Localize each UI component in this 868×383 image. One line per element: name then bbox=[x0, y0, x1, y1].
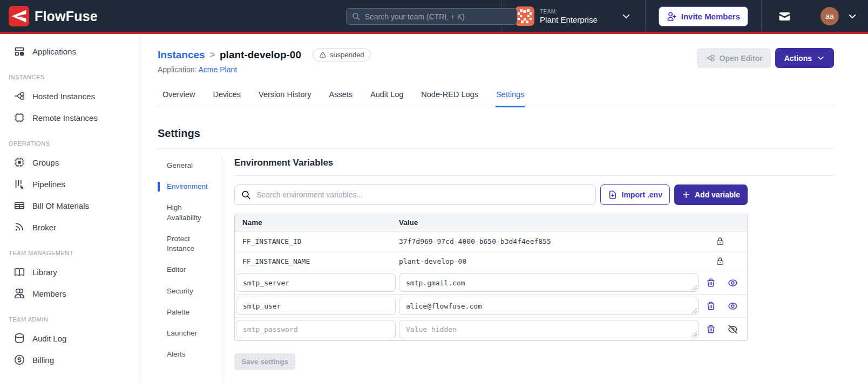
delete-variable-button[interactable] bbox=[706, 324, 716, 334]
subnav-alerts[interactable]: Alerts bbox=[158, 350, 214, 359]
tab-version-history[interactable]: Version History bbox=[258, 87, 312, 107]
team-avatar bbox=[515, 6, 534, 26]
env-var-name: FF_INSTANCE_ID bbox=[242, 237, 399, 245]
sidebar-item-label: Members bbox=[32, 289, 66, 298]
application-link[interactable]: Acme Plant bbox=[199, 65, 238, 74]
trash-icon bbox=[706, 301, 716, 311]
env-var-value-field[interactable] bbox=[399, 273, 699, 292]
navbar-right: TEAM: Plant Enterprise Invite Members bbox=[501, 0, 868, 32]
env-var-value-input[interactable] bbox=[399, 279, 698, 287]
sidebar-item-label: Pipelines bbox=[32, 180, 65, 189]
env-var-name-input[interactable] bbox=[236, 297, 396, 315]
user-avatar[interactable]: aa bbox=[820, 7, 839, 25]
env-var-value-input[interactable] bbox=[399, 302, 698, 310]
import-env-button[interactable]: Import .env bbox=[600, 184, 670, 205]
chevron-down-icon bbox=[817, 54, 825, 62]
subnav-environment[interactable]: Environment bbox=[158, 182, 214, 191]
sidebar-item-bill-of-materials[interactable]: Bill Of Materials bbox=[0, 195, 141, 216]
env-var-value-input[interactable] bbox=[399, 325, 698, 333]
team-search-input[interactable] bbox=[365, 12, 511, 21]
column-header-value: Value bbox=[399, 218, 740, 227]
tab-assets[interactable]: Assets bbox=[329, 87, 354, 107]
flowfuse-logo-icon bbox=[9, 6, 29, 26]
subnav-high-availability[interactable]: High Availability bbox=[158, 203, 214, 222]
eye-icon bbox=[728, 301, 738, 311]
sidebar-item-hosted-instances[interactable]: Hosted Instances bbox=[0, 85, 141, 107]
team-selector[interactable]: TEAM: Plant Enterprise bbox=[502, 0, 605, 32]
save-settings-button[interactable]: Save settings bbox=[234, 353, 295, 370]
sidebar-item-label: Remote Instances bbox=[32, 113, 98, 122]
team-chevron-down-icon[interactable] bbox=[605, 11, 645, 21]
actions-label: Actions bbox=[784, 54, 812, 63]
sidebar-item-label: Library bbox=[32, 268, 57, 277]
sidebar-item-library[interactable]: Library bbox=[0, 261, 141, 283]
env-var-name: FF_INSTANCE_NAME bbox=[242, 257, 399, 265]
env-var-value: plant-develop-00 bbox=[399, 257, 716, 265]
tab-overview[interactable]: Overview bbox=[162, 87, 195, 107]
env-var-value-field[interactable] bbox=[399, 320, 699, 338]
invite-members-button[interactable]: Invite Members bbox=[659, 6, 748, 26]
subnav-palette[interactable]: Palette bbox=[158, 307, 214, 317]
subnav-editor[interactable]: Editor bbox=[158, 265, 214, 275]
sidebar-item-remote-instances[interactable]: Remote Instances bbox=[0, 107, 141, 128]
sidebar-item-billing[interactable]: Billing bbox=[0, 349, 141, 371]
table-row: FF_INSTANCE_ID 37f7d969-97cd-4000-b650-b… bbox=[235, 231, 747, 251]
tab-audit-log[interactable]: Audit Log bbox=[370, 87, 404, 107]
show-value-button[interactable] bbox=[728, 301, 738, 311]
show-value-button[interactable] bbox=[728, 278, 738, 288]
eye-off-icon bbox=[728, 324, 738, 334]
trash-icon bbox=[706, 278, 716, 288]
delete-variable-button[interactable] bbox=[706, 278, 716, 288]
user-menu[interactable]: aa bbox=[808, 0, 868, 32]
flowfuse-logo[interactable]: FlowFuse bbox=[0, 6, 98, 26]
add-variable-label: Add variable bbox=[695, 190, 740, 199]
sidebar-item-members[interactable]: Members bbox=[0, 283, 141, 304]
breadcrumb-instances-link[interactable]: Instances bbox=[158, 49, 205, 61]
sidebar-section-team-management: TEAM MANAGEMENT bbox=[9, 250, 141, 256]
env-var-name-input[interactable] bbox=[236, 273, 396, 292]
sidebar-item-label: Audit Log bbox=[32, 334, 66, 343]
env-var-value-field[interactable] bbox=[399, 297, 699, 315]
env-variables-table: Name Value FF_INSTANCE_ID 37f7d969-97cd-… bbox=[234, 214, 748, 341]
table-row bbox=[235, 295, 747, 318]
sidebar-item-pipelines[interactable]: Pipelines bbox=[0, 173, 141, 195]
actions-button[interactable]: Actions bbox=[775, 48, 834, 68]
sidebar-item-groups[interactable]: Groups bbox=[0, 152, 141, 173]
settings-title: Settings bbox=[158, 127, 834, 140]
user-add-icon bbox=[667, 11, 677, 22]
sidebar-item-broker[interactable]: Broker bbox=[0, 216, 141, 238]
subnav-general[interactable]: General bbox=[158, 161, 214, 170]
open-editor-button[interactable]: Open Editor bbox=[697, 48, 771, 68]
breadcrumb-current: plant-develop-00 bbox=[220, 49, 301, 61]
document-download-icon bbox=[608, 190, 618, 200]
subnav-security[interactable]: Security bbox=[158, 286, 214, 296]
application-label: Application: bbox=[158, 65, 196, 74]
delete-variable-button[interactable] bbox=[706, 301, 716, 311]
team-label: TEAM: bbox=[540, 9, 598, 15]
tab-node-red-logs[interactable]: Node-RED Logs bbox=[421, 87, 479, 107]
sidebar-section-instances: INSTANCES bbox=[9, 74, 141, 80]
column-header-name: Name bbox=[242, 218, 399, 227]
library-icon bbox=[13, 266, 25, 278]
user-chevron-down-icon[interactable] bbox=[847, 11, 857, 21]
hide-value-button[interactable] bbox=[728, 324, 738, 334]
sidebar-item-applications[interactable]: Applications bbox=[0, 40, 141, 62]
sidebar-item-audit-log[interactable]: Audit Log bbox=[0, 327, 141, 349]
sidebar-item-label: Billing bbox=[32, 355, 54, 365]
tab-devices[interactable]: Devices bbox=[212, 87, 241, 107]
env-search-input[interactable] bbox=[256, 190, 588, 199]
breadcrumb: Instances > plant-develop-00 suspended bbox=[158, 48, 371, 61]
add-variable-button[interactable]: Add variable bbox=[674, 184, 748, 205]
env-var-name-input[interactable] bbox=[236, 320, 396, 338]
env-search[interactable] bbox=[234, 184, 596, 205]
tab-settings[interactable]: Settings bbox=[496, 87, 525, 107]
sidebar-item-label: Applications bbox=[32, 47, 76, 56]
env-var-value: 37f7d969-97cd-4000-b650-b3d4f4eef855 bbox=[399, 237, 716, 245]
notifications-mail-icon[interactable] bbox=[762, 0, 808, 32]
pipelines-icon bbox=[13, 178, 25, 190]
subnav-protect-instance[interactable]: Protect Instance bbox=[158, 234, 214, 254]
team-search[interactable] bbox=[346, 8, 517, 25]
sidebar-section-team-admin: TEAM ADMIN bbox=[9, 316, 141, 323]
eye-icon bbox=[728, 278, 738, 288]
subnav-launcher[interactable]: Launcher bbox=[158, 329, 214, 338]
